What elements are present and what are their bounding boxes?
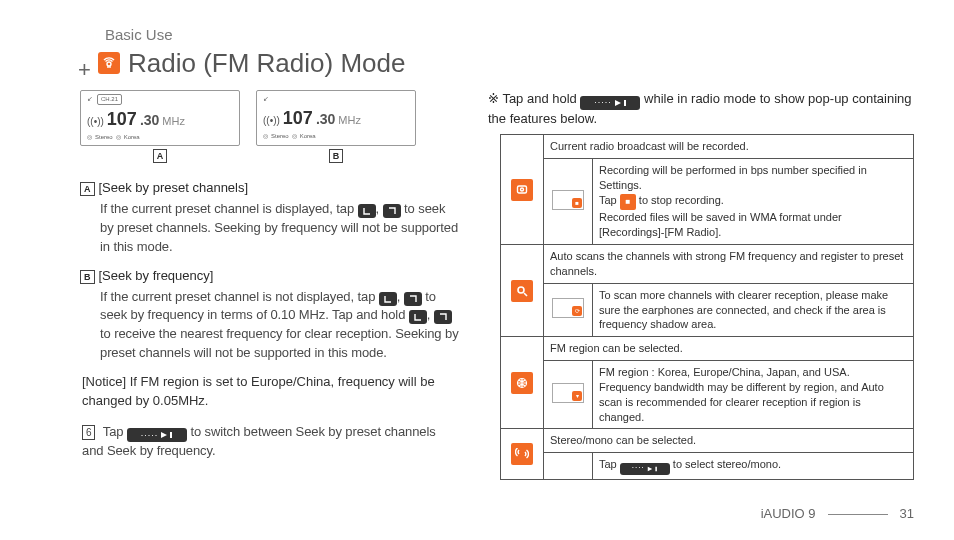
page-title: Radio (FM Radio) Mode <box>128 45 405 83</box>
section-a-title: [Seek by preset channels] <box>99 180 249 195</box>
section-a-body: If the current preset channel is display… <box>100 200 460 257</box>
freq-unit: MHz <box>338 113 361 129</box>
expand-icon: ↙ <box>87 94 93 104</box>
section-six: 6 Tap ····· to switch between Seek by pr… <box>82 423 460 461</box>
freq-frac: .30 <box>140 110 159 130</box>
sound-icon: ◎ <box>87 133 92 142</box>
up-right-button-icon <box>434 310 452 324</box>
step-6-box: 6 <box>82 425 95 440</box>
tag-a: A <box>153 149 168 163</box>
sound-icon: ◎ <box>263 132 268 141</box>
stereo-head: Stereo/mono can be selected. <box>544 429 914 453</box>
svg-rect-5 <box>518 186 527 193</box>
region-label: Korea <box>300 132 316 141</box>
signal-icon: ((•)) <box>263 114 280 129</box>
page: Basic Use + Radio (FM Radio) Mode ↙ CH.2… <box>0 0 954 540</box>
region-icon: ◎ <box>116 133 121 142</box>
page-number: 31 <box>900 505 914 524</box>
tag-a-inline: A <box>80 182 95 196</box>
region-head: FM region can be selected. <box>544 337 914 361</box>
svg-rect-10 <box>655 466 657 471</box>
freq-int: 107 <box>107 106 137 132</box>
mode-switch-button-icon: ····· <box>127 428 187 442</box>
mode-switch-button-icon: ····· <box>580 96 640 110</box>
globe-icon <box>511 372 533 394</box>
mode-switch-button-icon: ···· <box>620 463 670 475</box>
expand-icon: ↙ <box>263 94 269 104</box>
screenshots-row: ↙ CH.21 ((•)) 107.30 MHz ◎ Stereo ◎ <box>80 90 460 171</box>
record-head: Current radio broadcast will be recorded… <box>544 135 914 159</box>
search-icon <box>511 280 533 302</box>
svg-marker-9 <box>647 466 652 471</box>
stereo-body: Tap ···· to select stereo/mono. <box>593 453 914 479</box>
svg-marker-3 <box>615 100 621 106</box>
down-left-button-icon <box>358 204 376 218</box>
svg-rect-2 <box>170 432 172 438</box>
record-icon <box>511 179 533 201</box>
tag-b-inline: B <box>80 270 95 284</box>
scan-thumb: ⟳ <box>552 298 584 318</box>
channel-badge: CH.21 <box>97 94 122 105</box>
signal-icon: ((•)) <box>87 115 104 130</box>
footer: iAUDIO 9 31 <box>761 505 914 524</box>
features-table: Current radio broadcast will be recorded… <box>500 134 914 479</box>
freq-int: 107 <box>283 105 313 131</box>
svg-marker-1 <box>161 432 167 438</box>
section-a-head: A[Seek by preset channels] <box>80 179 460 198</box>
freq-frac: .30 <box>316 109 335 129</box>
product-name: iAUDIO 9 <box>761 505 816 524</box>
tag-b: B <box>329 149 344 163</box>
stereo-label: Stereo <box>271 132 289 141</box>
region-thumb: ▾ <box>552 383 584 403</box>
stereo-icon <box>511 443 533 465</box>
scan-head: Auto scans the channels with strong FM f… <box>544 245 914 284</box>
down-left-button-icon <box>409 310 427 324</box>
freq-unit: MHz <box>162 114 185 130</box>
screenshot-a: ↙ CH.21 ((•)) 107.30 MHz ◎ Stereo ◎ <box>80 90 240 146</box>
left-column: ↙ CH.21 ((•)) 107.30 MHz ◎ Stereo ◎ <box>80 90 460 480</box>
region-icon: ◎ <box>292 132 297 141</box>
record-thumb: ■ <box>552 190 584 210</box>
stop-icon: ■ <box>620 194 636 210</box>
popup-intro: ※ Tap and hold ····· while in radio mode… <box>488 90 914 128</box>
breadcrumb: Basic Use <box>105 24 173 46</box>
scan-body: To scan more channels with clearer recep… <box>593 283 914 337</box>
up-right-button-icon <box>404 292 422 306</box>
svg-point-6 <box>521 188 524 191</box>
section-b-head: B[Seek by frequency] <box>80 267 460 286</box>
stereo-label: Stereo <box>95 133 113 142</box>
notice-text: [Notice] If FM region is set to Europe/C… <box>82 373 460 411</box>
screenshot-b: ↙ ((•)) 107.30 MHz ◎ Stereo ◎ Korea <box>256 90 416 146</box>
plus-symbol: + <box>78 54 91 86</box>
down-left-button-icon <box>379 292 397 306</box>
region-body: FM region : Korea, Europe/China, Japan, … <box>593 361 914 429</box>
section-b-title: [Seek by frequency] <box>99 268 214 283</box>
footer-divider <box>828 514 888 515</box>
radio-icon <box>98 52 120 74</box>
right-column: ※ Tap and hold ····· while in radio mode… <box>500 90 914 480</box>
svg-point-0 <box>107 62 111 66</box>
reference-mark: ※ <box>488 91 502 106</box>
section-b-body: If the current preset channel is not dis… <box>100 288 460 363</box>
svg-rect-4 <box>624 100 626 106</box>
region-label: Korea <box>124 133 140 142</box>
svg-point-7 <box>518 287 524 293</box>
up-right-button-icon <box>383 204 401 218</box>
record-body: Recording will be performed in bps numbe… <box>593 159 914 245</box>
